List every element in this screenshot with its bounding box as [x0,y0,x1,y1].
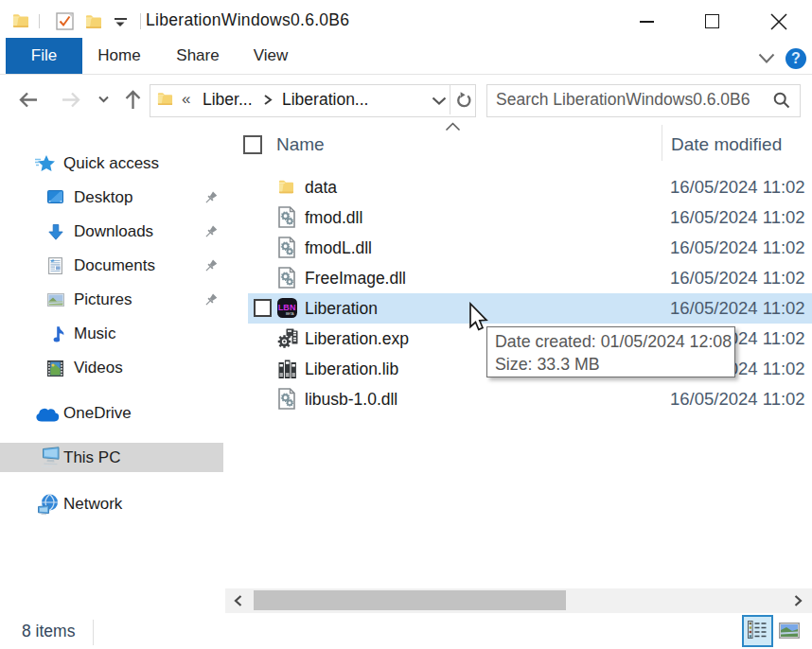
svg-text:BETA: BETA [286,312,294,316]
svg-text:LBN: LBN [278,303,296,312]
